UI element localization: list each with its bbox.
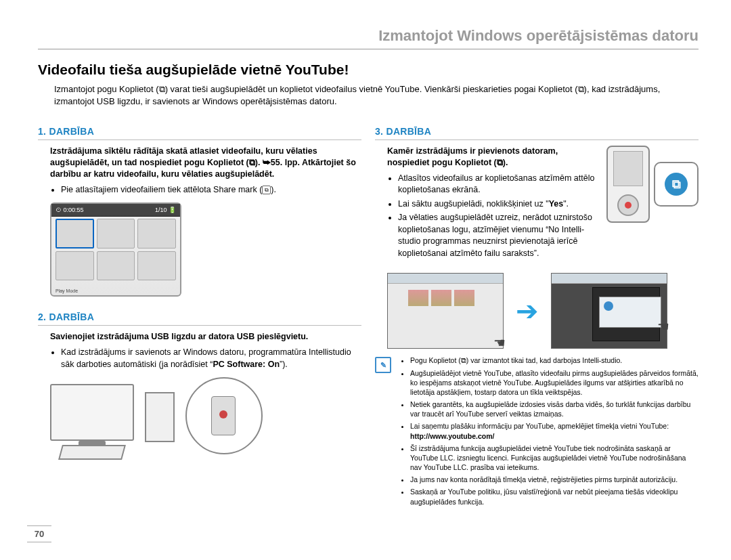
arrow-icon: ➔ [516,295,539,326]
note-item: Šī izstrādājuma funkcija augšupielādei v… [410,444,699,473]
step2-instruction: Savienojiet izstrādājuma USB ligzdu ar d… [50,331,361,343]
pc-connection-illustration [50,377,280,465]
note-item: Saskaņā ar YouTube politiku, jūsu valstī… [410,487,699,506]
note-item: Augšupielādējot vietnē YouTube, atlasīto… [410,368,699,397]
section-header: Izmantojot Windows operētājsistēmas dato… [38,27,699,49]
note-item: Pogu Koplietot (⧉) var izmantot tikai ta… [410,356,699,365]
thumb-count: 1/10 🔋 [155,207,176,213]
page-number: 70 [27,525,51,542]
step3-bullet2: Lai sāktu augšupielādi, noklikšķiniet uz… [398,198,600,211]
step3-bullet3: Ja vēlaties augšupielādēt uzreiz, nerādo… [398,212,600,259]
device-illustration: ⧉ [606,146,699,223]
note-item: Lai saņemtu plašāku informāciju par YouT… [410,421,699,440]
hand-cursor-icon: ☚ [493,335,506,351]
intellistudio-screenshot: ☚ [551,273,667,349]
step1-instruction: Izstrādājuma sīktēlu rādītāja skatā atla… [50,146,361,180]
info-icon: ✎ [375,357,391,373]
share-button-callout: ⧉ [654,162,699,207]
step2-bullet: Kad izstrādājums ir savienots ar Windows… [61,347,361,370]
step3-heading: 3. DARBĪBA [375,126,699,140]
note-item: Ja jums nav konta norādītajā tīmekļa vie… [410,475,699,484]
step3-bullet1: Atlasītos videofailus ar koplietošanas a… [398,173,600,196]
page-title: Videofailu tieša augšupielāde vietnē You… [38,62,699,78]
upload-dialog-screenshot: ☚ [387,273,504,349]
step2-heading: 2. DARBĪBA [38,311,361,326]
software-screenshots: ☚ ➔ ☚ [387,273,699,349]
thumb-footer: Play Mode [56,288,78,293]
share-button-icon: ⧉ [665,173,688,196]
youtube-url: http://www.youtube.com/ [410,432,494,440]
step1-bullet: Pie atlasītajiem videofailiem tiek attēl… [61,184,361,196]
notes-block: ✎ Pogu Koplietot (⧉) var izmantot tikai … [375,356,699,509]
thumbnail-preview: ⏲ 0:00:55 1/10 🔋 Play Mode [50,202,181,297]
note-item: Netiek garantēts, ka augšupielāde izdosi… [410,400,699,418]
intro-text: Izmantojot pogu Koplietot (⧉) varat tieš… [54,83,699,107]
thumb-time: ⏲ 0:00:55 [56,207,84,213]
share-mark-icon: ⧉ [262,186,271,194]
hand-cursor-icon: ☚ [657,318,669,335]
step1-heading: 1. DARBĪBA [38,126,361,140]
step3-instruction: Kamēr izstrādājums ir pievienots datoram… [387,146,600,169]
